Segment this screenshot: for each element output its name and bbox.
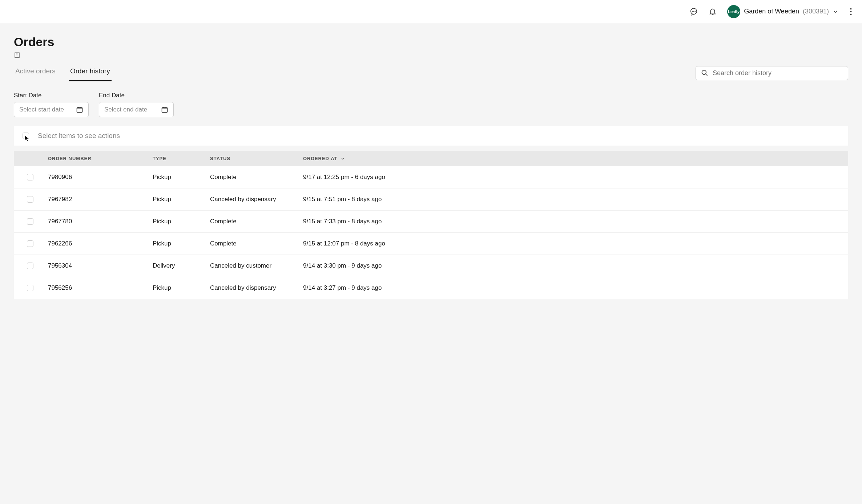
search-wrapper[interactable] [696,66,848,80]
orders-table: ORDER NUMBER TYPE STATUS ORDERED AT 7980… [14,151,848,299]
svg-point-1 [692,11,693,11]
end-date-placeholder: Select end date [104,106,147,113]
cell-order-number: 7962266 [48,240,153,247]
table-row[interactable]: 7967780PickupComplete9/15 at 7:33 pm - 8… [14,211,848,233]
row-checkbox[interactable] [27,174,33,180]
cell-ordered-at: 9/14 at 3:30 pm - 9 days ago [303,262,839,269]
cell-status: Complete [210,174,303,181]
account-name: Garden of Weeden [744,8,799,15]
col-status-header: STATUS [210,156,303,161]
table-body: 7980906PickupComplete9/17 at 12:25 pm - … [14,166,848,299]
end-date-filter: End Date Select end date [99,92,174,117]
cell-status: Canceled by dispensary [210,284,303,292]
bell-icon[interactable] [708,7,717,16]
svg-point-14 [702,70,706,75]
svg-rect-20 [162,107,168,112]
cell-order-number: 7956256 [48,284,153,292]
table-row[interactable]: 7967982PickupCanceled by dispensary9/15 … [14,188,848,211]
cell-ordered-at: 9/15 at 7:33 pm - 8 days ago [303,218,839,225]
cell-ordered-at: 9/17 at 12:25 pm - 6 days ago [303,174,839,181]
chevron-down-icon [341,157,345,161]
cell-type: Pickup [153,240,210,247]
cell-type: Pickup [153,196,210,203]
table-row[interactable]: 7956304DeliveryCanceled by customer9/14 … [14,255,848,277]
search-input[interactable] [713,69,843,77]
start-date-label: Start Date [14,92,89,99]
content: Orders Active orders Order history Start… [0,23,862,311]
cell-ordered-at: 9/15 at 7:51 pm - 8 days ago [303,196,839,203]
table-row[interactable]: 7962266PickupComplete9/15 at 12:07 pm - … [14,233,848,255]
actions-hint: Select items to see actions [38,132,120,140]
calendar-icon [76,106,83,113]
topbar: Leafly Garden of Weeden (300391) [0,0,862,23]
actions-bar: Select items to see actions [14,126,848,146]
calendar-icon [161,106,168,113]
search-icon [701,69,708,77]
row-checkbox[interactable] [27,285,33,291]
avatar: Leafly [727,5,740,18]
cell-order-number: 7967780 [48,218,153,225]
svg-point-4 [850,8,852,9]
cell-status: Canceled by customer [210,262,303,269]
row-checkbox[interactable] [27,196,33,203]
start-date-placeholder: Select start date [19,106,64,113]
svg-point-6 [850,13,852,15]
cell-ordered-at: 9/14 at 3:27 pm - 9 days ago [303,284,839,292]
start-date-input[interactable]: Select start date [14,102,89,117]
col-order-number-header: ORDER NUMBER [48,156,153,161]
cell-type: Pickup [153,284,210,292]
svg-point-2 [694,11,694,11]
chat-icon[interactable] [689,7,698,16]
chevron-down-icon [833,9,838,15]
cell-type: Delivery [153,262,210,269]
tabs: Active orders Order history [14,64,112,82]
cell-type: Pickup [153,218,210,225]
page-title: Orders [14,35,848,49]
tab-order-history[interactable]: Order history [69,64,112,81]
avatar-text: Leafly [728,9,740,14]
account-id: (300391) [803,8,829,15]
row-checkbox[interactable] [27,263,33,269]
select-all-checkbox[interactable] [23,133,29,139]
col-type-header: TYPE [153,156,210,161]
cell-type: Pickup [153,174,210,181]
row-checkbox[interactable] [27,240,33,247]
tab-active-orders[interactable]: Active orders [14,64,57,81]
svg-point-5 [850,11,852,12]
building-icon [14,52,848,58]
cell-order-number: 7956304 [48,262,153,269]
svg-line-15 [706,74,708,76]
kebab-menu[interactable] [849,7,853,17]
start-date-filter: Start Date Select start date [14,92,89,117]
date-filters: Start Date Select start date End Date Se… [14,92,848,117]
row-checkbox[interactable] [27,218,33,225]
svg-point-3 [695,11,695,11]
cell-status: Complete [210,240,303,247]
table-header: ORDER NUMBER TYPE STATUS ORDERED AT [14,151,848,166]
cell-ordered-at: 9/15 at 12:07 pm - 8 days ago [303,240,839,247]
svg-rect-7 [15,53,19,58]
end-date-input[interactable]: Select end date [99,102,174,117]
cell-order-number: 7967982 [48,196,153,203]
end-date-label: End Date [99,92,174,99]
cell-status: Canceled by dispensary [210,196,303,203]
col-ordered-at-header[interactable]: ORDERED AT [303,156,839,161]
cell-order-number: 7980906 [48,174,153,181]
tabs-row: Active orders Order history [14,64,848,82]
svg-rect-16 [77,107,82,112]
cell-status: Complete [210,218,303,225]
col-ordered-at-label: ORDERED AT [303,156,338,161]
table-row[interactable]: 7956256PickupCanceled by dispensary9/14 … [14,277,848,299]
table-row[interactable]: 7980906PickupComplete9/17 at 12:25 pm - … [14,166,848,188]
account-selector[interactable]: Leafly Garden of Weeden (300391) [727,5,838,18]
